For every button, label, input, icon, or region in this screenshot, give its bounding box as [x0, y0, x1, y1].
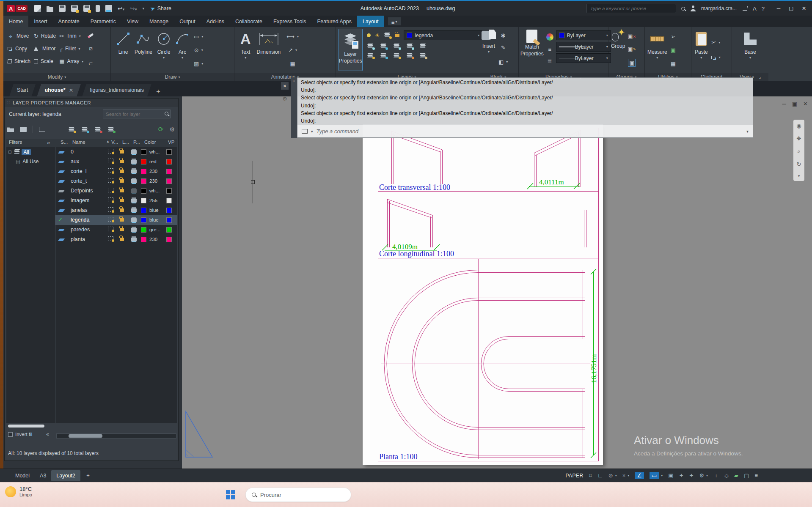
settings-gear-icon[interactable]: ⚙: [169, 126, 175, 133]
table-icon[interactable]: ▦: [290, 60, 295, 67]
plot-icon[interactable]: [131, 199, 137, 203]
lock-icon[interactable]: [120, 150, 124, 153]
close-tab-icon[interactable]: ✕: [69, 87, 73, 93]
tab-home[interactable]: Home: [3, 16, 28, 27]
measure-button[interactable]: Measure▾: [647, 27, 667, 73]
lock-icon[interactable]: [120, 218, 124, 222]
ortho-icon[interactable]: ∟: [597, 472, 603, 479]
layer-properties-button[interactable]: Layer Properties: [339, 29, 363, 71]
weather-widget[interactable]: 18°C Limpo: [5, 486, 32, 497]
layer-row-corte-l[interactable]: corte_l 230: [55, 167, 177, 176]
plot-icon[interactable]: [131, 238, 137, 241]
layer-row-legenda-selected[interactable]: ✓legenda blue: [55, 215, 177, 225]
linear-dimension-icon[interactable]: ⟷: [286, 33, 295, 40]
create-block-icon[interactable]: ✱: [501, 33, 506, 39]
help-icon[interactable]: ?: [762, 5, 765, 12]
trim-button[interactable]: ✂Trim▾: [59, 30, 83, 41]
command-prompt[interactable]: Type a command: [317, 128, 358, 134]
file-tab-uhouse[interactable]: uhouse*✕: [37, 84, 81, 96]
layer-table-scrollbar[interactable]: [56, 433, 176, 438]
lock-icon[interactable]: [120, 208, 124, 212]
polyline-button[interactable]: Polyline: [135, 27, 152, 73]
erase-icon[interactable]: [88, 33, 94, 38]
selection-cycling-icon[interactable]: ▣: [668, 472, 673, 479]
column-plot[interactable]: P...: [133, 140, 140, 145]
visibility-icon[interactable]: [108, 217, 113, 222]
layer-off-icon[interactable]: [367, 52, 374, 59]
isodraft-icon[interactable]: ∠: [635, 472, 644, 479]
insert-button[interactable]: Insert▾: [482, 27, 496, 73]
tab-add-ins[interactable]: Add-ins: [201, 16, 230, 27]
drawing-canvas[interactable]: ─ ▣ ✕ ◉ ✥ ⌕ ↻ ▾: [182, 96, 812, 469]
paste-button[interactable]: Paste▾: [695, 27, 708, 73]
search-icon[interactable]: [681, 7, 685, 11]
panel-label-modify[interactable]: Modify▾: [3, 73, 110, 81]
annotation-visibility-icon[interactable]: ✦: [679, 472, 684, 479]
column-vp[interactable]: VP: [168, 140, 174, 145]
paper-space-indicator[interactable]: PAPER: [565, 473, 583, 479]
qat-customize-icon[interactable]: ▾: [142, 6, 144, 11]
object-snap-tracking-icon[interactable]: ×: [622, 472, 626, 479]
hatch-icon[interactable]: ▨: [194, 60, 199, 67]
layer-prev-icon[interactable]: [393, 43, 400, 49]
text-button[interactable]: A Text▾: [240, 27, 251, 73]
visibility-icon[interactable]: [108, 159, 113, 163]
plot-icon[interactable]: [131, 150, 137, 154]
layer-states-manager-icon[interactable]: [39, 127, 45, 132]
cut-icon[interactable]: ✂: [711, 39, 716, 46]
save-icon[interactable]: [59, 5, 66, 12]
plot-icon[interactable]: [131, 189, 137, 193]
match-properties-button[interactable]: Match Properties: [520, 30, 544, 73]
layer-unlock-icon[interactable]: [395, 34, 399, 37]
palette-title-bar[interactable]: ⁞⁞ LAYER PROPERTIES MANAGER: [5, 99, 178, 107]
lock-icon[interactable]: [120, 179, 124, 183]
autocad-logo-icon[interactable]: A: [7, 5, 15, 12]
group-edit-icon[interactable]: ▣✎: [628, 46, 636, 52]
color-swatch[interactable]: [141, 217, 146, 223]
layer-freeze-icon[interactable]: [367, 43, 374, 49]
layer-walk-icon[interactable]: [419, 43, 427, 49]
ribbon-display-toggle[interactable]: ▄ ▾: [388, 17, 400, 25]
layer-dropdown[interactable]: legenda ▾: [404, 30, 482, 40]
navigation-wheel-icon[interactable]: ◉: [796, 123, 801, 129]
lock-icon[interactable]: [120, 189, 124, 192]
base-button[interactable]: Base▾: [744, 27, 757, 73]
navbar-more-icon[interactable]: ▾: [798, 174, 800, 178]
command-customize-icon[interactable]: ⚙: [281, 95, 289, 102]
explode-icon[interactable]: ⧄: [89, 45, 92, 52]
new-tab-button[interactable]: ＋: [153, 86, 164, 96]
units-icon[interactable]: ◇: [724, 472, 729, 479]
color-wheel-icon[interactable]: [546, 33, 553, 41]
tab-layout[interactable]: Layout: [357, 16, 384, 27]
customization-menu-icon[interactable]: ≡: [754, 472, 758, 479]
command-icon[interactable]: [302, 129, 308, 134]
lineweight-dropdown[interactable]: ByLayer▾: [556, 42, 611, 52]
graphics-performance-icon[interactable]: ▰: [734, 472, 738, 479]
plot-icon[interactable]: [131, 218, 137, 222]
filters-scrollbar[interactable]: [8, 425, 44, 428]
group-selection-icon[interactable]: ▣: [628, 59, 636, 67]
layer-row-0[interactable]: 0 wh...: [55, 147, 177, 157]
vp-color-swatch[interactable]: [166, 208, 172, 213]
command-recent-dropdown-icon[interactable]: ▾: [311, 129, 313, 134]
visibility-icon[interactable]: [108, 168, 113, 173]
tab-output[interactable]: Output: [174, 16, 201, 27]
visibility-icon[interactable]: [108, 227, 113, 231]
tab-manage[interactable]: Manage: [144, 16, 174, 27]
layer-merge-icon[interactable]: [419, 52, 427, 59]
plot-icon[interactable]: [131, 170, 137, 173]
keyword-search-input[interactable]: [586, 4, 676, 13]
zoom-icon[interactable]: ⌕: [797, 148, 800, 155]
invert-filter-checkbox[interactable]: [8, 432, 13, 437]
ellipse-icon[interactable]: ⊙: [194, 47, 199, 53]
mirror-button[interactable]: Mirror: [34, 43, 56, 54]
layer-freeze2-icon[interactable]: [380, 52, 387, 59]
undo-icon[interactable]: ↩▾: [118, 5, 124, 12]
linetype-dropdown[interactable]: ByLayer▾: [556, 53, 611, 63]
layer-lock-icon[interactable]: [406, 43, 413, 49]
new-group-filter-icon[interactable]: [20, 127, 27, 132]
tab-parametric[interactable]: Parametric: [85, 16, 121, 27]
color-swatch[interactable]: [141, 159, 146, 164]
layer-row-janelas[interactable]: janelas blue: [55, 206, 177, 215]
copy-clip-icon[interactable]: [711, 56, 715, 59]
